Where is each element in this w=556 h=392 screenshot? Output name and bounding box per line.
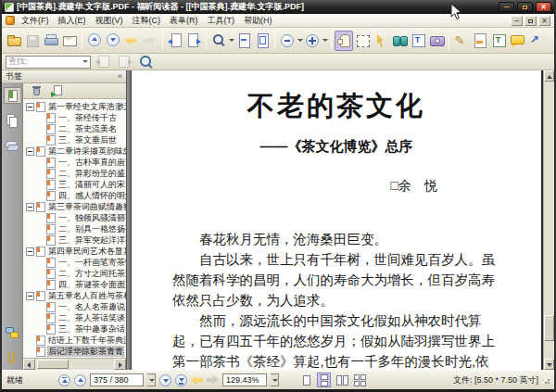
bookmark-item[interactable]: 第一章经史文库浩渺无边 <box>23 101 126 112</box>
zoom-tool-button[interactable] <box>209 31 228 51</box>
collapse-node-icon[interactable] <box>26 147 34 156</box>
tab-bookmarks[interactable] <box>4 87 20 104</box>
full-search-button[interactable] <box>136 52 155 72</box>
vertical-scrollbar[interactable] <box>543 70 554 370</box>
chevron-down-icon[interactable] <box>82 60 88 63</box>
bookmark-item[interactable]: 三、清丽可人的宋元茶 <box>23 179 126 190</box>
camera-button[interactable] <box>427 31 446 51</box>
bookmark-item[interactable]: 二、方寸之间托茶意 <box>23 268 126 279</box>
menu-tools[interactable]: 工具(T) <box>203 14 240 28</box>
previous-view-button[interactable] <box>85 31 104 51</box>
collapse-node-icon[interactable] <box>26 203 34 211</box>
hand-tool-button[interactable] <box>335 31 353 51</box>
bookmark-item[interactable]: 一、名人名茶趣说 <box>23 301 126 312</box>
document-page[interactable]: 不老的茶文化 ——《茶文化博览》总序 □余 悦 春花秋月无情，沧海桑田巨变。自古… <box>132 70 543 370</box>
bookmark-item[interactable]: 第五章名人百姓与茶相伴 <box>23 290 126 301</box>
bookmark-item[interactable]: 结语上下数千年茶典泛舟 <box>23 335 126 346</box>
previous-page-button[interactable] <box>166 31 184 51</box>
next-view-button[interactable] <box>104 31 122 51</box>
bookmark-item[interactable]: 第四章民间艺术各显其能 <box>23 246 126 257</box>
bookmark-item[interactable]: 四、茶谜茶令面面观 <box>23 279 126 290</box>
fit-width-button[interactable] <box>234 31 253 51</box>
chevron-down-icon[interactable] <box>271 373 279 386</box>
arrow-tool-button[interactable] <box>526 31 545 51</box>
typewriter-tool-button[interactable] <box>489 31 508 51</box>
tab-pages[interactable] <box>4 112 20 129</box>
single-page-layout-button[interactable] <box>299 373 313 387</box>
first-page-button[interactable] <box>58 374 70 386</box>
fit-page-button[interactable] <box>253 31 272 51</box>
highlight-tool-button[interactable] <box>471 31 489 51</box>
back-button[interactable] <box>122 31 141 51</box>
bookmark-item[interactable]: 后记浮华掠影茶青青 <box>23 346 126 357</box>
scrollbar-thumb[interactable] <box>544 315 554 341</box>
zoom-out-button[interactable] <box>278 31 297 51</box>
page-number-field[interactable]: 375 / 380 <box>90 373 144 386</box>
bookmark-item[interactable]: 四、感人情怀的明清茶 <box>23 190 126 201</box>
bookmark-item[interactable]: 二、别具一格悠扬茶 <box>23 223 126 234</box>
find-previous-button[interactable] <box>94 52 112 72</box>
menu-help[interactable]: 帮助(H) <box>239 14 277 28</box>
facing-layout-button[interactable] <box>335 373 348 387</box>
bookmark-item[interactable]: 二、异彩纷呈的盛唐茶 <box>23 168 126 179</box>
scroll-down-icon[interactable] <box>544 359 554 370</box>
bookmark-item[interactable]: 三、茶文垂后世 <box>23 134 126 145</box>
pencil-tool-button[interactable] <box>452 31 471 51</box>
collapse-node-icon[interactable] <box>26 292 34 300</box>
collapse-node-icon[interactable] <box>26 103 34 111</box>
menu-form[interactable]: 表单(R) <box>165 14 203 28</box>
zoom-in-button[interactable] <box>303 31 322 51</box>
snapshot-select-button[interactable] <box>353 31 372 51</box>
forward-view-button[interactable] <box>207 375 219 385</box>
mdi-close-button[interactable]: × <box>538 16 550 26</box>
close-button[interactable]: × <box>536 2 551 12</box>
bookmarks-horizontal-scrollbar[interactable] <box>23 358 126 370</box>
scroll-left-icon[interactable] <box>23 359 35 370</box>
collapse-panel-icon[interactable]: « <box>118 72 122 81</box>
note-tool-button[interactable] <box>508 31 526 51</box>
bookmark-options-button[interactable] <box>51 84 64 97</box>
tab-attachments[interactable] <box>4 349 20 366</box>
mdi-restore-button[interactable] <box>524 16 537 26</box>
bookmark-item[interactable]: 一、古朴率直的唐前茶 <box>23 157 126 168</box>
bookmark-item[interactable]: 二、茶史流美名 <box>23 123 126 134</box>
find-next-button[interactable] <box>115 52 133 72</box>
menu-view[interactable]: 视图(V) <box>91 14 128 28</box>
next-page-button[interactable] <box>184 31 203 51</box>
bookmark-item[interactable]: 第二章诗采撷英韵味悠长 <box>23 145 126 157</box>
bookmark-item[interactable]: 三、茶中趣事杂话 <box>23 323 126 335</box>
bookmark-item[interactable]: 第三章茶词曲赋情趣独显 <box>23 201 126 212</box>
find-input[interactable]: 查找: <box>6 56 91 69</box>
annotation-select-button[interactable] <box>372 31 390 51</box>
scrollbar-thumb[interactable] <box>37 360 69 369</box>
save-button[interactable] <box>23 31 42 51</box>
forward-button[interactable] <box>141 31 159 51</box>
zoom-level-field[interactable]: 129.43% <box>222 373 267 386</box>
restore-button[interactable] <box>517 2 533 12</box>
scroll-right-icon[interactable] <box>114 359 126 370</box>
bookmark-item[interactable]: 一、茶经传千古 <box>23 112 126 123</box>
bookmark-item[interactable]: 三、异军突起洋洋茶 <box>23 234 126 246</box>
open-button[interactable] <box>5 31 23 51</box>
search-tool-button[interactable] <box>390 31 409 51</box>
bookmark-item[interactable]: 一、独领风骚清丽茶 <box>23 212 126 223</box>
menu-insert[interactable]: 插入(E) <box>54 14 91 28</box>
continuous-layout-button[interactable] <box>317 373 331 387</box>
email-button[interactable] <box>60 31 79 51</box>
tab-comments[interactable] <box>4 324 20 341</box>
mdi-minimize-button[interactable]: − <box>511 16 523 26</box>
print-button[interactable] <box>42 31 60 51</box>
resize-grip[interactable] <box>542 376 550 384</box>
scroll-up-icon[interactable] <box>544 70 554 82</box>
chevron-down-icon[interactable] <box>147 373 156 386</box>
continuous-facing-layout-button[interactable] <box>352 373 366 387</box>
menu-file[interactable]: 文件(F) <box>17 14 54 28</box>
next-page-button[interactable] <box>159 374 171 386</box>
text-select-button[interactable] <box>409 31 427 51</box>
bookmark-item[interactable]: 二、茶人茶话笑谈 <box>23 312 126 323</box>
bookmark-item[interactable]: 一、一杆画笔寄茶情 <box>23 257 126 268</box>
last-page-button[interactable] <box>175 374 187 386</box>
delete-bookmark-button[interactable] <box>31 84 44 97</box>
previous-page-button[interactable] <box>74 374 86 386</box>
back-view-button[interactable] <box>191 375 203 385</box>
